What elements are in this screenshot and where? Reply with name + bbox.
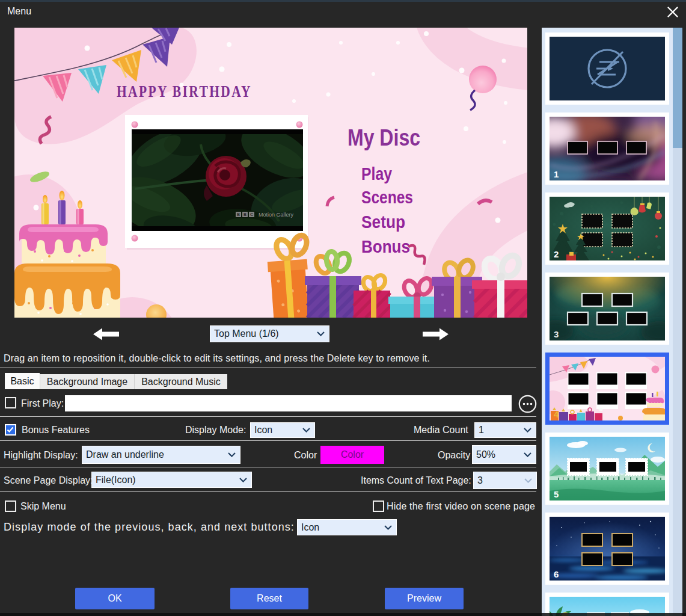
svg-text:4: 4 xyxy=(554,409,559,419)
svg-text:3: 3 xyxy=(554,329,559,339)
svg-text:Scenes: Scenes xyxy=(361,188,413,207)
svg-text:5: 5 xyxy=(554,489,559,499)
svg-text:Setup: Setup xyxy=(361,212,405,232)
svg-text:6: 6 xyxy=(554,569,559,579)
svg-text:Bonus: Bonus xyxy=(361,237,410,256)
svg-text:Play: Play xyxy=(361,164,392,183)
svg-text:2: 2 xyxy=(554,249,559,259)
svg-text:My Disc: My Disc xyxy=(348,125,420,150)
svg-text:C: C xyxy=(250,212,253,217)
svg-text:1: 1 xyxy=(554,169,559,179)
svg-text:HAPPY BIRTHDAY: HAPPY BIRTHDAY xyxy=(117,82,252,100)
svg-text:B: B xyxy=(243,212,247,217)
svg-text:Motion Gallery: Motion Gallery xyxy=(259,212,294,218)
svg-text:B: B xyxy=(237,212,240,217)
